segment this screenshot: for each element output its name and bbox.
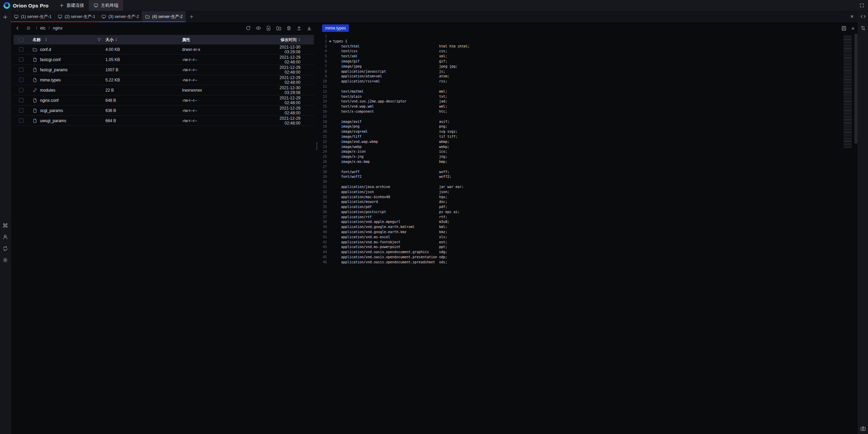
fold-chevron-icon[interactable] — [327, 255, 333, 260]
close-all-tabs-button[interactable]: × — [846, 11, 858, 22]
code-line[interactable]: 31 application/java-archive jar war ear; — [319, 185, 858, 190]
fold-chevron-icon[interactable] — [327, 139, 333, 145]
code-line[interactable]: 18 image/avif avif; — [319, 119, 858, 125]
fold-chevron-icon[interactable] — [327, 104, 333, 109]
fold-chevron-icon[interactable] — [327, 260, 333, 265]
fold-chevron-icon[interactable] — [327, 210, 333, 215]
file-row[interactable]: uwsgi_params 664 B -rw-r--r-- 2021-12-29… — [14, 116, 314, 126]
open-file-tab[interactable]: mime.types — [322, 24, 349, 32]
code-line[interactable]: 3 text/html html htm shtml; — [319, 44, 858, 49]
fold-chevron-icon[interactable] — [327, 49, 333, 54]
code-line[interactable]: 29 font/woff2 woff2; — [319, 174, 858, 180]
row-checkbox[interactable] — [19, 118, 23, 123]
fold-chevron-icon[interactable] — [327, 215, 333, 220]
code-line[interactable]: 13 text/plain txt; — [319, 94, 858, 99]
code-line[interactable]: 12 text/mathml mml; — [319, 89, 858, 94]
new-file-button[interactable] — [265, 25, 272, 32]
code-line[interactable]: 35 application/pdf pdf; — [319, 205, 858, 210]
session-tab[interactable]: (2) server-生产-1 — [55, 11, 98, 22]
code-line[interactable]: 34 application/msword doc; — [319, 200, 858, 205]
file-row[interactable]: fastcgi.conf 1.05 KB -rw-r--r-- 2021-12-… — [14, 55, 314, 65]
fold-chevron-icon[interactable] — [327, 250, 333, 255]
code-line[interactable]: 21 image/tiff tif tiff; — [319, 134, 858, 139]
code-line[interactable]: 23 image/webp webp; — [319, 145, 858, 150]
sort-size-control[interactable] — [115, 38, 117, 41]
code-line[interactable]: 43 application/vnd.ms-powerpoint ppt; — [319, 245, 858, 250]
user-button[interactable] — [2, 233, 9, 240]
code-line[interactable]: 46 application/vnd.oasis.opendocument.sp… — [319, 260, 858, 265]
code-line[interactable]: 38 application/vnd.apple.mpegurl m3u8; — [319, 220, 858, 225]
delete-button[interactable] — [285, 25, 292, 32]
code-line[interactable]: 7 image/jpeg jpeg jpg; — [319, 64, 858, 69]
fold-chevron-icon[interactable] — [327, 170, 333, 175]
fold-chevron-icon[interactable] — [327, 174, 333, 180]
fold-chevron-icon[interactable] — [327, 84, 333, 89]
save-button[interactable] — [841, 25, 847, 32]
code-line[interactable]: 17 — [319, 114, 858, 119]
fold-chevron-icon[interactable] — [327, 225, 333, 230]
camera-button[interactable] — [860, 425, 867, 432]
fold-chevron-icon[interactable] — [327, 230, 333, 235]
back-button[interactable] — [14, 25, 21, 32]
transfer-button[interactable] — [860, 24, 867, 31]
column-header-mtime[interactable]: 修改时间 — [280, 37, 297, 43]
eye-button[interactable] — [255, 25, 262, 32]
row-checkbox[interactable] — [19, 108, 23, 113]
code-line[interactable]: 19 image/png png; — [319, 124, 858, 129]
session-tab[interactable]: (1) server-生产-1 — [11, 11, 55, 22]
select-all-checkbox[interactable] — [19, 38, 23, 42]
file-name[interactable]: fastcgi_params — [40, 68, 67, 72]
fold-chevron-icon[interactable] — [327, 185, 333, 190]
code-line[interactable]: 40 application/vnd.google-earth.kmz kmz; — [319, 230, 858, 235]
fold-chevron-icon[interactable] — [327, 44, 333, 49]
code-line[interactable]: 16 text/x-component htc; — [319, 109, 858, 114]
new-tab-button[interactable] — [186, 11, 197, 22]
code-line[interactable]: 24 image/x-icon ico; — [319, 149, 858, 154]
code-line[interactable]: 4 text/css css; — [319, 49, 858, 54]
refresh-button[interactable] — [245, 25, 252, 32]
code-line[interactable]: 42 application/vnd.ms-fontobject eot; — [319, 240, 858, 245]
file-name[interactable]: nginx.conf — [40, 98, 59, 103]
fold-chevron-icon[interactable] — [327, 114, 333, 119]
row-checkbox[interactable] — [19, 47, 23, 52]
fold-chevron-icon[interactable] — [327, 145, 333, 150]
fold-chevron-icon[interactable] — [327, 64, 333, 69]
code-line[interactable]: 44 application/vnd.oasis.opendocument.gr… — [319, 250, 858, 255]
fold-chevron-icon[interactable] — [327, 89, 333, 94]
fold-chevron-icon[interactable] — [327, 59, 333, 64]
fold-chevron-icon[interactable] — [327, 99, 333, 104]
minimap[interactable] — [844, 35, 854, 149]
file-row[interactable]: fastcgi_params 1007 B -rw-r--r-- 2021-12… — [14, 65, 314, 75]
fold-chevron-icon[interactable] — [327, 200, 333, 205]
breadcrumb-segment[interactable]: etc — [40, 26, 45, 31]
sync-button[interactable] — [2, 245, 9, 252]
nav-host-terminal[interactable]: 主机终端 — [89, 0, 123, 11]
session-tab[interactable]: (3) server-生产-2 — [98, 11, 142, 22]
code-line[interactable]: 14 text/vnd.sun.j2me.app-descriptor jad; — [319, 99, 858, 104]
panel-splitter[interactable] — [315, 22, 319, 434]
code-line[interactable]: 2 types { — [319, 39, 858, 44]
row-checkbox[interactable] — [19, 68, 23, 72]
fold-chevron-icon[interactable] — [327, 119, 333, 125]
file-name[interactable]: modules — [40, 88, 55, 93]
fold-chevron-icon[interactable] — [327, 149, 333, 154]
sort-name-control[interactable] — [45, 38, 47, 41]
fold-chevron-icon[interactable] — [327, 74, 333, 79]
fold-chevron-icon[interactable] — [327, 159, 333, 165]
code-line[interactable]: 6 image/gif gif; — [319, 59, 858, 64]
column-header-name[interactable]: 名称 — [33, 37, 41, 43]
fold-chevron-icon[interactable] — [327, 134, 333, 139]
fold-chevron-icon[interactable] — [327, 195, 333, 200]
code-line[interactable]: 20 image/svg+xml svg svgz; — [319, 129, 858, 134]
code-button[interactable] — [860, 13, 867, 20]
file-name[interactable]: uwsgi_params — [40, 118, 66, 123]
file-name[interactable]: conf.d — [40, 47, 51, 52]
fold-chevron-icon[interactable] — [327, 190, 333, 195]
plus-button[interactable] — [2, 14, 9, 20]
code-line[interactable]: 41 application/vnd.ms-excel xls; — [319, 235, 858, 240]
code-line[interactable]: 32 application/json json; — [319, 190, 858, 195]
fold-chevron-icon[interactable] — [327, 205, 333, 210]
fold-chevron-icon[interactable] — [327, 165, 333, 170]
code-line[interactable]: 1 — [319, 34, 858, 39]
fold-chevron-icon[interactable] — [327, 154, 333, 159]
